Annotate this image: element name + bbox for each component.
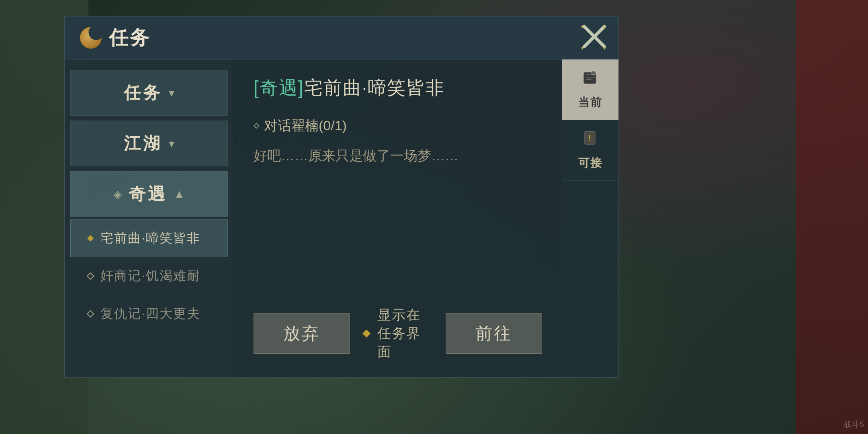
sidebar-sub-item-0[interactable]: 宅前曲·啼笑皆非 [70, 219, 228, 257]
page-title: 任务 [109, 25, 151, 51]
sidebar-category-jianghu[interactable]: 江湖 ▾ [70, 121, 228, 166]
modal-body: 任务 ▾ 江湖 ▾ ◈ 奇遇 ▲ 宅前曲·啼笑皆非 [65, 59, 618, 377]
tab-current-icon: ... [581, 69, 599, 91]
tab-available[interactable]: ! 可接 [562, 120, 618, 181]
scroll-icon: ... [581, 69, 599, 87]
tab-available-label: 可接 [578, 156, 602, 171]
sidebar-category-qiyu[interactable]: ◈ 奇遇 ▲ [70, 171, 228, 217]
modal-container: 任务 ✦ ✦ ✦ ✦ 任务 ▾ 江湖 [64, 16, 619, 378]
quest-description: 好吧……原来只是做了一场梦…… [254, 145, 542, 166]
category-jianghu-arrow: ▾ [169, 137, 174, 150]
modal-header: 任务 ✦ ✦ ✦ ✦ [65, 16, 618, 59]
category-qiyu-label: 奇遇 [129, 183, 167, 205]
category-tasks-arrow: ▾ [169, 86, 174, 100]
tab-available-icon: ! [581, 130, 599, 151]
sub-item-diamond-outline-1 [87, 272, 94, 280]
sidebar: 任务 ▾ 江湖 ▾ ◈ 奇遇 ▲ 宅前曲·啼笑皆非 [65, 59, 233, 377]
category-tasks-label: 任务 [124, 82, 162, 104]
svg-text:!: ! [588, 133, 591, 143]
quest-name: 宅前曲·啼笑皆非 [304, 77, 445, 98]
sidebar-sub-item-2[interactable]: 复仇记·四大更夫 [70, 295, 228, 333]
objective-diamond-icon [254, 123, 259, 129]
sub-item-diamond-outline-2 [87, 310, 94, 317]
main-content: [奇遇]宅前曲·啼笑皆非 对话翟楠(0/1) 好吧……原来只是做了一场梦…… 放… [233, 59, 562, 377]
category-jianghu-label: 江湖 [124, 132, 162, 155]
svg-text:✦: ✦ [602, 45, 606, 51]
tab-current[interactable]: ... 当前 [562, 59, 618, 120]
show-quest-label: 显示在任务界面 [377, 306, 434, 361]
sidebar-category-tasks[interactable]: 任务 ▾ [70, 70, 228, 116]
quest-title: [奇遇]宅前曲·啼笑皆非 [254, 76, 542, 100]
svg-text:✦: ✦ [602, 24, 606, 30]
sub-item-label-1: 奸商记·饥渴难耐 [100, 267, 201, 285]
svg-marker-8 [87, 311, 94, 317]
close-button[interactable]: ✦ ✦ ✦ ✦ [578, 20, 610, 53]
quest-tag: [奇遇] [254, 77, 304, 98]
sub-item-label-0: 宅前曲·啼笑皆非 [100, 229, 201, 247]
main-bottom-bar: 放弃 显示在任务界面 前往 [254, 306, 542, 361]
svg-text:✦: ✦ [580, 24, 584, 30]
show-diamond-icon [362, 329, 371, 338]
right-tabs: ... 当前 ! 可接 [562, 59, 618, 377]
sub-item-diamond-filled-0 [87, 235, 94, 242]
svg-marker-10 [362, 330, 371, 338]
quest-objective: 对话翟楠(0/1) [254, 117, 542, 135]
svg-text:...: ... [592, 72, 595, 76]
goto-button[interactable]: 前往 [446, 313, 542, 354]
objective-label: 对话翟楠(0/1) [264, 117, 347, 135]
bg-right-decoration [796, 0, 868, 434]
svg-marker-9 [254, 123, 259, 128]
abandon-button[interactable]: 放弃 [254, 313, 350, 354]
svg-marker-6 [87, 235, 94, 242]
watermark: 战斗5 [843, 419, 864, 430]
moon-icon [77, 24, 105, 52]
svg-marker-7 [87, 273, 94, 279]
sidebar-sub-item-1[interactable]: 奸商记·饥渴难耐 [70, 257, 228, 295]
svg-text:✦: ✦ [580, 45, 584, 51]
qiyu-icon: ◈ [113, 188, 122, 201]
exclaim-icon: ! [581, 130, 599, 147]
tab-current-label: 当前 [578, 95, 602, 110]
close-icon: ✦ ✦ ✦ ✦ [580, 23, 608, 51]
show-quest-row: 显示在任务界面 [362, 306, 434, 361]
sub-item-label-2: 复仇记·四大更夫 [100, 305, 201, 323]
category-qiyu-arrow: ▲ [174, 188, 185, 201]
